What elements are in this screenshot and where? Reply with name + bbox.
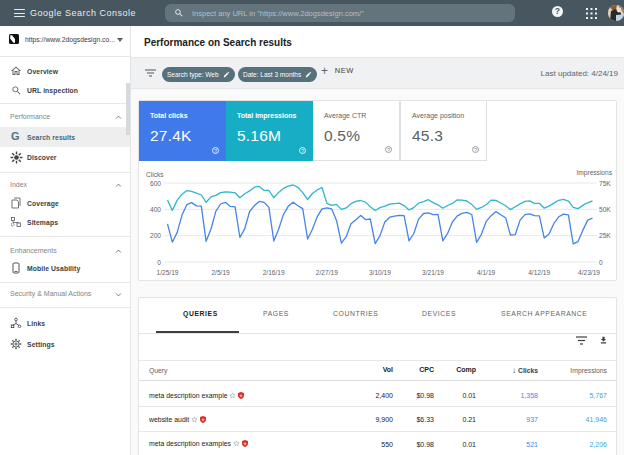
svg-text:3/10/19: 3/10/19 (369, 269, 391, 276)
svg-text:Clicks: Clicks (146, 171, 164, 178)
svg-text:50K: 50K (599, 206, 611, 213)
svg-text:2/27/19: 2/27/19 (316, 269, 338, 276)
svg-text:400: 400 (150, 206, 161, 213)
svg-text:0: 0 (157, 259, 161, 266)
svg-text:4/12/19: 4/12/19 (528, 269, 550, 276)
svg-text:200: 200 (150, 232, 161, 239)
svg-text:3/21/19: 3/21/19 (422, 269, 444, 276)
svg-text:0: 0 (599, 259, 603, 266)
svg-text:600: 600 (150, 180, 161, 187)
svg-text:1/25/19: 1/25/19 (157, 269, 179, 276)
svg-text:2/16/19: 2/16/19 (263, 269, 285, 276)
svg-text:4/1/19: 4/1/19 (477, 269, 496, 276)
svg-text:25K: 25K (599, 232, 611, 239)
svg-text:4/23/19: 4/23/19 (578, 269, 600, 276)
svg-text:75K: 75K (599, 180, 611, 187)
svg-text:Impressions: Impressions (576, 169, 612, 177)
svg-text:2/5/19: 2/5/19 (211, 269, 230, 276)
